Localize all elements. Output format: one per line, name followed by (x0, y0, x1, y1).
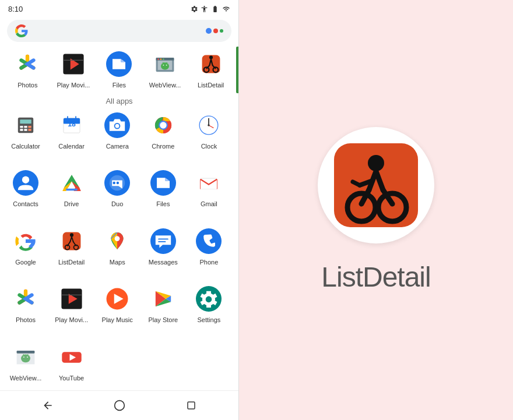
app-clock[interactable]: Clock (188, 110, 230, 158)
search-bar[interactable] (7, 20, 231, 42)
app-label: Contacts (13, 200, 38, 207)
status-bar: 8:10 (0, 0, 238, 16)
webview-icon (152, 51, 178, 77)
app-drive[interactable]: Drive (51, 168, 93, 216)
playstore-icon (150, 286, 176, 312)
app-duo[interactable]: Duo (96, 168, 138, 216)
wifi-icon (222, 5, 230, 13)
app-camera[interactable]: Camera (96, 110, 138, 158)
listdetail-icon (59, 228, 85, 254)
app-calculator[interactable]: Calculator (5, 110, 47, 158)
app-label: Chrome (152, 143, 174, 150)
svg-point-11 (160, 58, 162, 60)
app-detail-name: ListDetail (321, 261, 430, 293)
app-settings[interactable]: Settings (188, 284, 230, 332)
back-button[interactable] (39, 397, 57, 414)
playmusic-icon (104, 286, 130, 312)
app-label: Files (156, 200, 170, 207)
app-label: Settings (198, 316, 221, 323)
svg-rect-30 (24, 129, 27, 131)
app-phone[interactable]: Phone (188, 226, 230, 274)
photos-grid-icon (13, 286, 38, 312)
app-label: Duo (111, 200, 123, 207)
svg-point-71 (70, 233, 73, 237)
app-calendar[interactable]: 18 Calendar (51, 110, 93, 158)
app-contacts[interactable]: Contacts (5, 168, 47, 216)
app-label: WebView... (10, 375, 42, 382)
app-label: Play Movi... (55, 316, 88, 323)
svg-point-50 (208, 124, 210, 126)
svg-rect-27 (24, 126, 27, 128)
youtube-icon (59, 344, 85, 370)
app-label: ListDetail (58, 259, 85, 266)
phone-panel: 8:10 (0, 0, 239, 420)
app-files2[interactable]: Files (142, 168, 184, 216)
svg-rect-97 (17, 351, 35, 354)
app-label: Photos (17, 82, 37, 89)
app-listdetail-top[interactable]: ListDetail (190, 49, 232, 89)
svg-point-13 (161, 62, 169, 69)
app-photos-grid[interactable]: Photos (5, 284, 47, 332)
battery-icon (210, 5, 220, 13)
svg-rect-29 (20, 129, 23, 131)
maps-icon (104, 228, 130, 254)
app-label: Clock (201, 143, 217, 150)
svg-point-53 (59, 170, 85, 196)
back-icon (42, 400, 54, 411)
svg-rect-25 (20, 119, 31, 123)
app-label: Phone (199, 259, 218, 266)
playmovies-icon (61, 51, 86, 77)
svg-point-20 (209, 55, 213, 59)
google-logo (15, 24, 28, 37)
svg-point-102 (114, 401, 124, 411)
app-label: Photos (16, 316, 36, 323)
app-listdetail-grid[interactable]: ListDetail (51, 226, 93, 274)
status-time: 8:10 (8, 5, 23, 13)
app-playstore[interactable]: Play Store (142, 284, 184, 332)
app-label: Messages (149, 259, 178, 266)
app-playmovies-top[interactable]: Play Movi... (52, 49, 94, 89)
app-label: ListDetail (198, 82, 224, 89)
app-chrome[interactable]: Chrome (142, 110, 184, 158)
app-webview-top[interactable]: WebView... (144, 49, 186, 89)
app-files-top[interactable]: Files (98, 49, 140, 89)
accessibility-icon (201, 5, 208, 13)
svg-point-14 (163, 65, 164, 66)
gmail-icon (196, 170, 222, 196)
top-apps-row: Photos Play Movi... (0, 47, 238, 93)
svg-rect-28 (28, 126, 31, 128)
app-label: Drive (64, 200, 79, 207)
duo-icon (104, 170, 130, 196)
app-label: Calendar (58, 143, 85, 150)
detail-panel: ListDetail (239, 0, 513, 420)
drive-icon (59, 170, 85, 196)
app-photos-top[interactable]: Photos (6, 49, 48, 89)
app-gmail[interactable]: Gmail (188, 168, 230, 216)
playmovies-grid-icon (59, 286, 85, 312)
app-label: Camera (106, 143, 129, 150)
app-webview-grid[interactable]: WebView... (5, 342, 47, 390)
home-button[interactable] (111, 397, 128, 414)
app-label: Play Movi... (57, 82, 90, 89)
app-messages[interactable]: Messages (142, 226, 184, 274)
listdetail-large-icon (329, 139, 423, 232)
gear-icon (191, 5, 198, 13)
bottom-nav (0, 390, 238, 420)
app-label: WebView... (149, 82, 181, 89)
messages-icon (150, 228, 176, 254)
app-playmovies-grid[interactable]: Play Movi... (51, 284, 93, 332)
calculator-icon (13, 112, 38, 138)
app-google[interactable]: Google (5, 226, 47, 274)
recents-icon (186, 400, 196, 411)
recents-button[interactable] (182, 397, 200, 414)
svg-point-10 (157, 58, 159, 60)
apps-grid: Calculator 18 Calendar (0, 110, 238, 390)
app-youtube[interactable]: YouTube (51, 342, 93, 390)
clock-icon (196, 112, 222, 138)
google-icon (13, 228, 38, 254)
app-label: Play Store (148, 316, 178, 323)
google-assistant-dots (206, 28, 223, 34)
app-label: Maps (110, 259, 125, 266)
app-playmusic[interactable]: Play Music (96, 284, 138, 332)
app-maps[interactable]: Maps (96, 226, 138, 274)
